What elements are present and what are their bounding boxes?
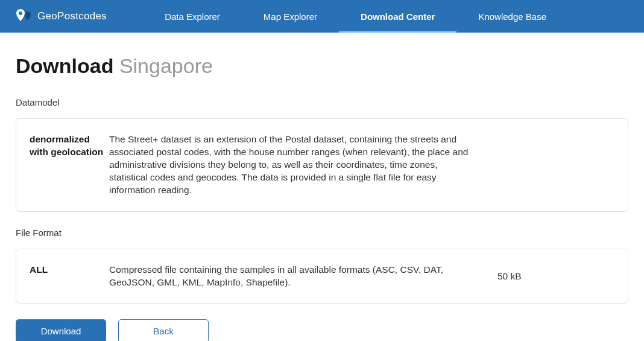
fileformat-card: ALL Compressed file containing the sampl…	[16, 249, 628, 304]
page-title: Download Singapore	[16, 54, 628, 78]
nav-item-label: Download Center	[361, 11, 435, 22]
datamodel-name: denormalized with geolocation	[30, 133, 109, 159]
brand-logo-icon	[16, 8, 33, 25]
download-button[interactable]: Download	[16, 319, 106, 341]
page-title-light: Singapore	[119, 54, 213, 77]
datamodel-description: The Street+ dataset is an extension of t…	[109, 133, 477, 197]
nav-item-map-explorer[interactable]: Map Explorer	[242, 0, 339, 33]
nav-item-label: Data Explorer	[165, 11, 220, 22]
svg-point-0	[19, 11, 22, 15]
fileformat-section-label: File Format	[16, 228, 628, 238]
back-button[interactable]: Back	[118, 319, 209, 341]
nav-items: Data Explorer Map Explorer Download Cent…	[143, 0, 568, 33]
brand-logo-wrap[interactable]: GeoPostcodes	[16, 8, 107, 25]
main-content: Download Singapore Datamodel denormalize…	[0, 33, 644, 341]
nav-item-label: Knowledge Base	[478, 11, 546, 22]
fileformat-size: 50 kB	[497, 271, 522, 282]
nav-item-label: Map Explorer	[264, 11, 317, 22]
datamodel-card: denormalized with geolocation The Street…	[16, 118, 628, 212]
nav-item-download-center[interactable]: Download Center	[339, 0, 456, 33]
navbar: GeoPostcodes Data Explorer Map Explorer …	[0, 0, 644, 33]
page-title-bold: Download	[16, 54, 113, 77]
fileformat-name: ALL	[30, 264, 109, 276]
nav-item-knowledge-base[interactable]: Knowledge Base	[456, 0, 568, 33]
brand-text: GeoPostcodes	[37, 10, 107, 22]
action-buttons: Download Back	[16, 319, 628, 341]
datamodel-section-label: Datamodel	[16, 97, 628, 107]
fileformat-description: Compressed file containing the samples i…	[109, 264, 477, 289]
nav-item-data-explorer[interactable]: Data Explorer	[143, 0, 242, 33]
